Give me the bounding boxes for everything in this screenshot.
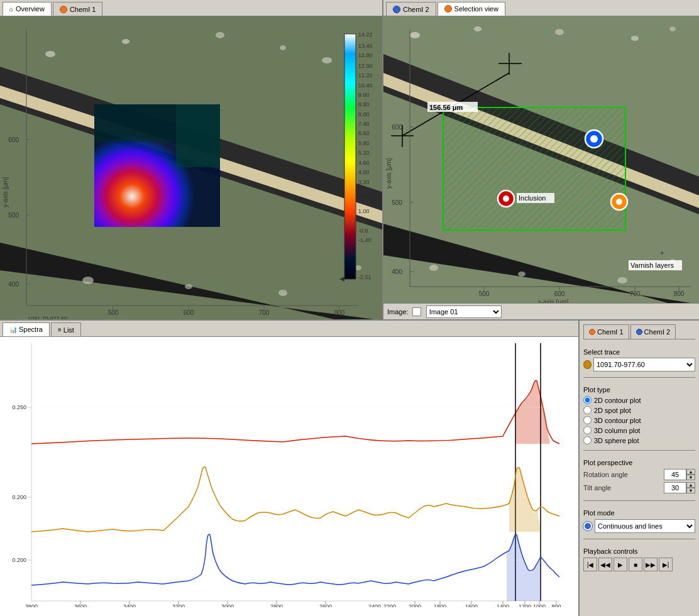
image-label: Image: — [387, 308, 409, 316]
svg-text:x-axis [μm]: x-axis [μm] — [538, 299, 569, 303]
svg-text:400: 400 — [392, 268, 402, 275]
svg-text:500: 500 — [479, 290, 490, 297]
svg-point-11 — [278, 290, 287, 296]
svg-text:700: 700 — [630, 290, 641, 297]
svg-point-7 — [280, 45, 286, 50]
tab-chem2[interactable]: ChemI 2 — [386, 2, 436, 16]
svg-point-70 — [429, 265, 438, 271]
radio-2d-spot[interactable]: 2D spot plot — [583, 406, 695, 414]
rotation-input[interactable] — [664, 469, 686, 480]
radio-3d-sphere[interactable]: 3D sphere plot — [583, 436, 695, 444]
svg-text:y-axis [μm]: y-axis [μm] — [385, 158, 392, 189]
svg-text:13.40: 13.40 — [358, 43, 373, 49]
svg-point-6 — [216, 32, 224, 38]
svg-text:0.250: 0.250 — [12, 404, 26, 410]
svg-text:1091.70-977.60: 1091.70-977.60 — [28, 316, 67, 319]
tab-overview[interactable]: ⌂ Overview — [3, 2, 52, 16]
svg-point-72 — [617, 277, 627, 283]
svg-text:1.00: 1.00 — [358, 208, 370, 214]
tab-chem1[interactable]: ChemI 1 — [53, 2, 103, 16]
svg-point-85 — [590, 135, 598, 143]
svg-text:600: 600 — [184, 309, 194, 316]
rotation-label: Rotation angle — [583, 471, 628, 478]
trace-select[interactable]: 1091.70-977.60 — [593, 358, 695, 371]
tilt-down-btn[interactable]: ▼ — [686, 488, 695, 493]
svg-text:156.56 μm: 156.56 μm — [429, 104, 463, 111]
svg-point-68 — [631, 36, 639, 41]
play-next-btn[interactable]: ▶▶ — [644, 558, 658, 571]
chem1-icon — [60, 6, 67, 13]
rotation-input-group: ▲ ▼ — [664, 469, 695, 480]
rotation-down-btn[interactable]: ▼ — [686, 475, 695, 480]
svg-rect-15 — [176, 104, 220, 167]
tilt-label: Tilt angle — [583, 484, 611, 492]
left-chart-area: 600 500 400 y-axis [μm] 500 600 700 800 — [0, 16, 382, 319]
svg-point-8 — [322, 57, 332, 63]
svg-text:x-axis [μm]: x-axis [μm] — [205, 319, 236, 319]
controls-panel: ChemI 1 ChemI 2 Select trace 1091.70-977… — [580, 321, 699, 616]
svg-point-71 — [518, 272, 526, 277]
plot-type-radios: 2D contour plot 2D spot plot 3D contour … — [583, 396, 695, 444]
playback-section: Playback controls |◀ ◀◀ ▶ ■ ▶▶ ▶| — [583, 545, 695, 571]
svg-text:5.80: 5.80 — [358, 140, 370, 146]
svg-text:12.00: 12.00 — [358, 63, 373, 69]
tab-list[interactable]: ≡ List — [51, 322, 81, 336]
tilt-up-btn[interactable]: ▲ — [686, 482, 695, 488]
radio-2d-contour-label: 2D contour plot — [594, 397, 641, 404]
svg-text:-2.51: -2.51 — [358, 274, 372, 280]
select-trace-label: Select trace — [583, 348, 695, 356]
play-btn[interactable]: ▶ — [614, 558, 627, 571]
divider-3 — [583, 500, 695, 501]
svg-point-69 — [669, 26, 676, 31]
controls-tab-chem1[interactable]: ChemI 1 — [583, 324, 629, 339]
mode-select[interactable]: Continuous and lines — [595, 519, 695, 533]
spectra-tab-label: Spectra — [19, 326, 43, 333]
plot-perspective-section: Plot perspective Rotation angle ▲ ▼ Tilt… — [583, 456, 695, 495]
tab-spectra[interactable]: 📊 Spectra — [3, 322, 50, 336]
image-select[interactable]: Image 01 — [426, 305, 502, 318]
controls-chem2-label: ChemI 2 — [644, 328, 671, 336]
svg-text:400: 400 — [8, 281, 19, 288]
radio-3d-sphere-label: 3D sphere plot — [594, 437, 639, 444]
radio-3d-contour[interactable]: 3D contour plot — [583, 416, 695, 424]
rotation-up-btn[interactable]: ▲ — [686, 469, 695, 475]
svg-text:800: 800 — [334, 309, 345, 316]
left-tab-bar: ⌂ Overview ChemI 1 — [0, 0, 382, 16]
plot-mode-section: Plot mode Continuous and lines — [583, 507, 695, 533]
svg-text:8.80: 8.80 — [358, 101, 370, 107]
radio-3d-column[interactable]: 3D column plot — [583, 426, 695, 434]
play-pause-btn[interactable]: ■ — [629, 558, 642, 571]
right-chart-area: 156.56 μm 156.56 μm — [383, 16, 699, 303]
svg-text:5.20: 5.20 — [358, 150, 370, 156]
image-dropdown-bar: Image: Image 01 — [383, 303, 699, 319]
chem2-icon — [393, 6, 400, 13]
radio-2d-contour[interactable]: 2D contour plot — [583, 396, 695, 404]
svg-text:600: 600 — [392, 124, 402, 131]
svg-text:2200: 2200 — [383, 603, 396, 607]
right-tab-bar: ChemI 2 Selection view — [383, 0, 699, 16]
svg-text:2.60: 2.60 — [358, 189, 370, 195]
svg-point-87 — [503, 195, 509, 202]
tilt-input[interactable] — [664, 482, 686, 493]
tab-chem1-label: ChemI 1 — [70, 6, 96, 13]
svg-point-9 — [82, 277, 94, 284]
svg-rect-36 — [344, 34, 356, 279]
svg-text:-1.40: -1.40 — [358, 237, 372, 243]
play-end-btn[interactable]: ▶| — [659, 558, 673, 571]
tab-selection-view[interactable]: Selection view — [438, 2, 505, 16]
spectra-tab-bar: 📊 Spectra ≡ List — [0, 321, 578, 337]
svg-text:4.60: 4.60 — [358, 160, 370, 166]
rotation-spinners: ▲ ▼ — [686, 469, 695, 480]
svg-point-65 — [410, 32, 420, 38]
svg-text:600: 600 — [8, 136, 19, 143]
play-start-btn[interactable]: |◀ — [583, 558, 597, 571]
spectra-chart-area: 0.250 0.200 0.200 3800 3600 3400 3200 — [0, 337, 578, 616]
svg-text:-0.6: -0.6 — [358, 228, 368, 234]
right-chart-svg: 156.56 μm 156.56 μm — [383, 16, 699, 303]
svg-point-91 — [616, 199, 622, 205]
divider-4 — [583, 539, 695, 539]
controls-tab-chem2[interactable]: ChemI 2 — [630, 324, 676, 339]
select-trace-section: Select trace 1091.70-977.60 — [583, 346, 695, 371]
play-prev-btn[interactable]: ◀◀ — [598, 558, 612, 571]
left-chart-svg: 600 500 400 y-axis [μm] 500 600 700 800 — [0, 16, 382, 319]
